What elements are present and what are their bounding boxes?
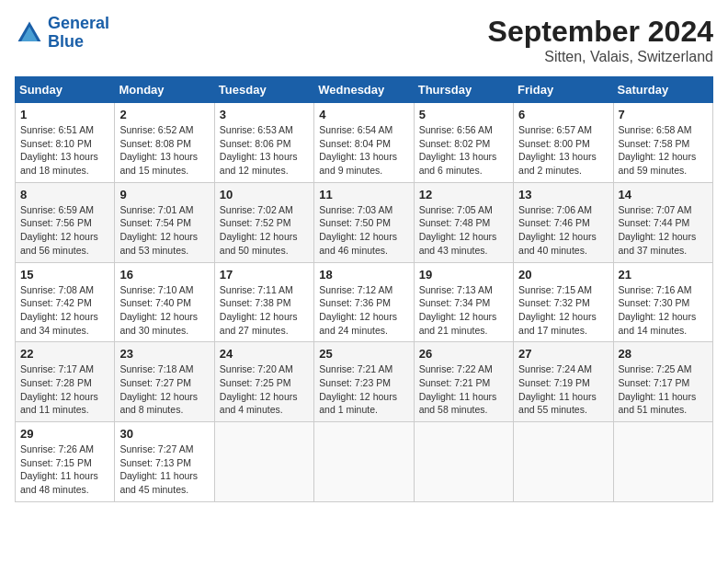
calendar-day-cell: 4Sunrise: 6:54 AMSunset: 8:04 PMDaylight…: [314, 103, 414, 183]
day-number: 15: [20, 268, 109, 282]
day-info: Sunrise: 7:10 AMSunset: 7:40 PMDaylight:…: [119, 283, 209, 338]
calendar-day-cell: 22Sunrise: 7:17 AMSunset: 7:28 PMDayligh…: [16, 342, 115, 422]
day-info: Sunrise: 7:06 AMSunset: 7:46 PMDaylight:…: [518, 203, 608, 258]
calendar-day-cell: 13Sunrise: 7:06 AMSunset: 7:46 PMDayligh…: [514, 182, 613, 262]
day-info: Sunrise: 7:25 AMSunset: 7:17 PMDaylight:…: [619, 362, 708, 417]
logo-icon: [15, 18, 44, 48]
day-info: Sunrise: 6:59 AMSunset: 7:56 PMDaylight:…: [20, 203, 109, 258]
calendar-day-cell: 19Sunrise: 7:13 AMSunset: 7:34 PMDayligh…: [414, 262, 513, 342]
calendar-day-cell: 29Sunrise: 7:26 AMSunset: 7:15 PMDayligh…: [16, 422, 115, 502]
calendar-day-cell: [214, 422, 313, 502]
day-info: Sunrise: 7:12 AMSunset: 7:36 PMDaylight:…: [319, 283, 408, 338]
day-info: Sunrise: 7:08 AMSunset: 7:42 PMDaylight:…: [20, 283, 109, 338]
calendar-day-cell: 15Sunrise: 7:08 AMSunset: 7:42 PMDayligh…: [16, 262, 115, 342]
day-info: Sunrise: 7:22 AMSunset: 7:21 PMDaylight:…: [419, 362, 508, 417]
calendar-day-cell: [314, 422, 414, 502]
weekday-header: Saturday: [613, 77, 712, 103]
day-number: 25: [319, 347, 408, 361]
weekday-header: Monday: [115, 77, 214, 103]
day-info: Sunrise: 7:02 AMSunset: 7:52 PMDaylight:…: [220, 203, 309, 258]
day-info: Sunrise: 7:26 AMSunset: 7:15 PMDaylight:…: [20, 442, 109, 497]
day-number: 13: [518, 188, 608, 201]
day-number: 17: [220, 268, 309, 282]
calendar-day-cell: 23Sunrise: 7:18 AMSunset: 7:27 PMDayligh…: [115, 342, 214, 422]
calendar-day-cell: 11Sunrise: 7:03 AMSunset: 7:50 PMDayligh…: [314, 182, 414, 262]
day-info: Sunrise: 7:03 AMSunset: 7:50 PMDaylight:…: [319, 203, 408, 258]
day-info: Sunrise: 7:18 AMSunset: 7:27 PMDaylight:…: [119, 362, 209, 417]
day-info: Sunrise: 7:27 AMSunset: 7:13 PMDaylight:…: [119, 442, 209, 497]
calendar-day-cell: 20Sunrise: 7:15 AMSunset: 7:32 PMDayligh…: [514, 262, 613, 342]
calendar-day-cell: 28Sunrise: 7:25 AMSunset: 7:17 PMDayligh…: [613, 342, 712, 422]
logo-text: General Blue: [48, 15, 109, 52]
calendar-day-cell: 24Sunrise: 7:20 AMSunset: 7:25 PMDayligh…: [214, 342, 313, 422]
calendar-day-cell: [414, 422, 513, 502]
day-number: 18: [319, 268, 408, 282]
calendar-week-row: 8Sunrise: 6:59 AMSunset: 7:56 PMDaylight…: [16, 182, 713, 262]
weekday-header: Tuesday: [214, 77, 313, 103]
day-info: Sunrise: 6:53 AMSunset: 8:06 PMDaylight:…: [220, 123, 309, 178]
day-info: Sunrise: 7:05 AMSunset: 7:48 PMDaylight:…: [419, 203, 508, 258]
calendar-week-row: 22Sunrise: 7:17 AMSunset: 7:28 PMDayligh…: [16, 342, 713, 422]
day-info: Sunrise: 7:11 AMSunset: 7:38 PMDaylight:…: [220, 283, 309, 338]
day-number: 1: [20, 108, 109, 121]
day-number: 5: [419, 108, 508, 121]
day-number: 28: [619, 347, 708, 361]
day-number: 7: [619, 108, 708, 121]
calendar-day-cell: 7Sunrise: 6:58 AMSunset: 7:58 PMDaylight…: [613, 103, 712, 183]
calendar-day-cell: 25Sunrise: 7:21 AMSunset: 7:23 PMDayligh…: [314, 342, 414, 422]
calendar-day-cell: [613, 422, 712, 502]
day-number: 10: [220, 188, 309, 201]
calendar-week-row: 29Sunrise: 7:26 AMSunset: 7:15 PMDayligh…: [16, 422, 713, 502]
day-number: 27: [518, 347, 608, 361]
day-info: Sunrise: 6:57 AMSunset: 8:00 PMDaylight:…: [518, 123, 608, 178]
title-block: September 2024 Sitten, Valais, Switzerla…: [488, 15, 713, 65]
page-title: September 2024: [488, 15, 713, 49]
day-info: Sunrise: 6:58 AMSunset: 7:58 PMDaylight:…: [619, 123, 708, 178]
calendar-day-cell: [514, 422, 613, 502]
calendar-day-cell: 18Sunrise: 7:12 AMSunset: 7:36 PMDayligh…: [314, 262, 414, 342]
day-info: Sunrise: 7:17 AMSunset: 7:28 PMDaylight:…: [20, 362, 109, 417]
page-header: General Blue September 2024 Sitten, Vala…: [15, 15, 713, 65]
day-number: 23: [119, 347, 209, 361]
calendar-day-cell: 17Sunrise: 7:11 AMSunset: 7:38 PMDayligh…: [214, 262, 313, 342]
day-number: 30: [119, 427, 209, 441]
weekday-header: Wednesday: [314, 77, 414, 103]
day-info: Sunrise: 7:07 AMSunset: 7:44 PMDaylight:…: [619, 203, 708, 258]
day-number: 14: [619, 188, 708, 201]
day-number: 24: [220, 347, 309, 361]
calendar-day-cell: 16Sunrise: 7:10 AMSunset: 7:40 PMDayligh…: [115, 262, 214, 342]
day-info: Sunrise: 7:20 AMSunset: 7:25 PMDaylight:…: [220, 362, 309, 417]
weekday-header: Sunday: [16, 77, 115, 103]
day-number: 3: [220, 108, 309, 121]
page-subtitle: Sitten, Valais, Switzerland: [488, 49, 713, 65]
calendar-table: SundayMondayTuesdayWednesdayThursdayFrid…: [15, 76, 713, 502]
calendar-week-row: 1Sunrise: 6:51 AMSunset: 8:10 PMDaylight…: [16, 103, 713, 183]
day-number: 2: [119, 108, 209, 121]
calendar-day-cell: 3Sunrise: 6:53 AMSunset: 8:06 PMDaylight…: [214, 103, 313, 183]
day-number: 9: [119, 188, 209, 201]
day-number: 12: [419, 188, 508, 201]
day-number: 4: [319, 108, 408, 121]
day-info: Sunrise: 6:52 AMSunset: 8:08 PMDaylight:…: [119, 123, 209, 178]
day-info: Sunrise: 6:51 AMSunset: 8:10 PMDaylight:…: [20, 123, 109, 178]
day-number: 8: [20, 188, 109, 201]
calendar-day-cell: 12Sunrise: 7:05 AMSunset: 7:48 PMDayligh…: [414, 182, 513, 262]
calendar-day-cell: 26Sunrise: 7:22 AMSunset: 7:21 PMDayligh…: [414, 342, 513, 422]
day-number: 11: [319, 188, 408, 201]
calendar-day-cell: 2Sunrise: 6:52 AMSunset: 8:08 PMDaylight…: [115, 103, 214, 183]
calendar-day-cell: 5Sunrise: 6:56 AMSunset: 8:02 PMDaylight…: [414, 103, 513, 183]
weekday-header: Friday: [514, 77, 613, 103]
calendar-day-cell: 30Sunrise: 7:27 AMSunset: 7:13 PMDayligh…: [115, 422, 214, 502]
calendar-day-cell: 1Sunrise: 6:51 AMSunset: 8:10 PMDaylight…: [16, 103, 115, 183]
day-info: Sunrise: 6:54 AMSunset: 8:04 PMDaylight:…: [319, 123, 408, 178]
calendar-week-row: 15Sunrise: 7:08 AMSunset: 7:42 PMDayligh…: [16, 262, 713, 342]
day-number: 26: [419, 347, 508, 361]
logo: General Blue: [15, 15, 109, 52]
day-number: 6: [518, 108, 608, 121]
day-info: Sunrise: 6:56 AMSunset: 8:02 PMDaylight:…: [419, 123, 508, 178]
weekday-header: Thursday: [414, 77, 513, 103]
calendar-day-cell: 9Sunrise: 7:01 AMSunset: 7:54 PMDaylight…: [115, 182, 214, 262]
day-info: Sunrise: 7:21 AMSunset: 7:23 PMDaylight:…: [319, 362, 408, 417]
calendar-header-row: SundayMondayTuesdayWednesdayThursdayFrid…: [16, 77, 713, 103]
calendar-day-cell: 14Sunrise: 7:07 AMSunset: 7:44 PMDayligh…: [613, 182, 712, 262]
